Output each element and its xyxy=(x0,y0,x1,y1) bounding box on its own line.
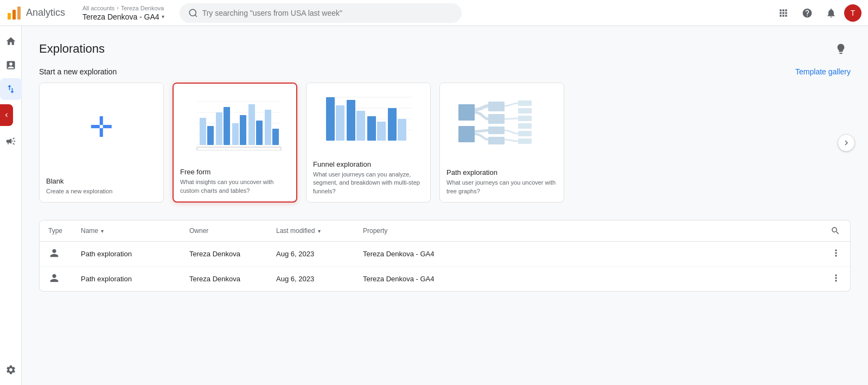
svg-rect-16 xyxy=(248,104,255,145)
svg-rect-40 xyxy=(488,127,505,134)
col-header-type: Type xyxy=(40,220,72,242)
path-card-image xyxy=(440,83,564,163)
chevron-right-icon xyxy=(841,138,851,148)
path-card[interactable]: Path exploration What user journeys can … xyxy=(439,83,564,203)
search-input[interactable] xyxy=(202,9,453,17)
page-title: Explorations xyxy=(39,42,105,56)
table-search-icon[interactable] xyxy=(831,226,840,236)
row2-actions[interactable] xyxy=(822,267,850,292)
notifications-icon xyxy=(826,8,837,18)
more-vert-icon[interactable] xyxy=(831,248,841,258)
breadcrumb-account: Tereza Denkova xyxy=(121,5,164,11)
blank-card[interactable]: ✛ Blank Create a new exploration xyxy=(39,83,164,203)
table-header-row: Type Name ▾ Owner Last modified ▾ Proper xyxy=(40,220,850,242)
app-title: Analytics xyxy=(26,7,65,18)
svg-rect-2 xyxy=(17,7,21,20)
svg-rect-11 xyxy=(207,126,214,145)
col-header-name[interactable]: Name ▾ xyxy=(72,220,181,242)
svg-rect-12 xyxy=(216,112,222,145)
property-selector[interactable]: All accounts › Tereza Denkova Tereza Den… xyxy=(76,2,171,24)
svg-rect-36 xyxy=(458,104,475,121)
funnel-card-title: Funnel exploration xyxy=(313,160,424,168)
free-form-card-image xyxy=(174,84,296,162)
row1-actions[interactable] xyxy=(822,242,850,267)
svg-rect-45 xyxy=(518,123,532,129)
svg-line-4 xyxy=(195,15,196,16)
main-content: Explorations Start a new exploration Tem… xyxy=(22,26,868,385)
svg-rect-15 xyxy=(240,115,246,145)
svg-rect-32 xyxy=(367,116,376,141)
avatar[interactable]: T xyxy=(844,4,861,22)
search-bar[interactable] xyxy=(180,3,462,23)
row2-type xyxy=(40,267,72,292)
blank-card-title: Blank xyxy=(46,177,157,185)
lightbulb-button[interactable] xyxy=(831,39,851,59)
funnel-card-desc: What user journeys can you analyze, segm… xyxy=(313,171,424,195)
page-header: Explorations xyxy=(39,39,851,59)
more-vert-icon[interactable] xyxy=(831,273,841,283)
sidebar-item-settings[interactable] xyxy=(0,359,22,381)
row2-modified: Aug 6, 2023 xyxy=(267,267,354,292)
analytics-logo-icon xyxy=(7,5,22,21)
svg-rect-47 xyxy=(518,138,532,144)
exploration-cards-row: ✛ Blank Create a new exploration xyxy=(39,83,851,203)
free-form-preview-chart xyxy=(186,96,284,150)
apps-icon xyxy=(778,8,789,18)
explore-icon xyxy=(5,84,16,94)
col-header-search[interactable] xyxy=(822,220,850,242)
template-gallery-link[interactable]: Template gallery xyxy=(795,67,851,76)
blank-card-image: ✛ xyxy=(40,83,163,172)
table-row[interactable]: Path exploration Tereza Denkova Aug 6, 2… xyxy=(40,267,850,292)
funnel-preview-chart xyxy=(320,92,417,146)
free-form-card[interactable]: Free form What insights can you uncover … xyxy=(173,83,297,203)
row2-name: Path exploration xyxy=(72,267,181,292)
svg-point-3 xyxy=(189,9,196,16)
person-icon xyxy=(48,272,60,284)
sidebar-item-reports[interactable] xyxy=(0,54,22,76)
blank-card-desc: Create a new exploration xyxy=(46,187,157,195)
svg-rect-13 xyxy=(224,107,230,145)
col-header-modified[interactable]: Last modified ▾ xyxy=(267,220,354,242)
path-card-title: Path exploration xyxy=(446,168,557,176)
svg-rect-1 xyxy=(12,10,16,20)
svg-rect-46 xyxy=(518,131,532,136)
svg-rect-34 xyxy=(388,108,397,141)
funnel-card[interactable]: Funnel exploration What user journeys ca… xyxy=(306,83,431,203)
collapse-sidebar-button[interactable] xyxy=(0,104,13,126)
svg-rect-30 xyxy=(347,100,355,141)
cards-next-button[interactable] xyxy=(838,134,855,152)
notifications-button[interactable] xyxy=(820,2,842,24)
reports-icon xyxy=(5,60,16,71)
apps-button[interactable] xyxy=(773,2,794,24)
section-header: Start a new exploration Template gallery xyxy=(39,67,851,76)
help-icon xyxy=(802,8,813,18)
svg-rect-42 xyxy=(518,100,532,106)
app-logo: Analytics xyxy=(0,5,76,21)
svg-rect-19 xyxy=(272,129,279,145)
free-form-card-title: Free form xyxy=(180,168,290,176)
sidebar xyxy=(0,26,22,385)
modified-sort-icon: ▾ xyxy=(318,228,321,234)
property-name: Tereza Denkova - GA4 ▾ xyxy=(82,12,164,21)
help-button[interactable] xyxy=(796,2,818,24)
sidebar-item-home[interactable] xyxy=(0,30,22,52)
home-icon xyxy=(5,36,16,47)
col-header-owner: Owner xyxy=(181,220,267,242)
row1-name: Path exploration xyxy=(72,242,181,267)
plus-icon: ✛ xyxy=(90,111,113,143)
svg-rect-37 xyxy=(458,126,475,142)
table-row[interactable]: Path exploration Tereza Denkova Aug 6, 2… xyxy=(40,242,850,267)
person-icon xyxy=(48,247,60,259)
topbar-actions: T xyxy=(773,2,861,24)
svg-rect-0 xyxy=(8,13,11,20)
row1-modified: Aug 6, 2023 xyxy=(267,242,354,267)
svg-rect-14 xyxy=(232,123,239,145)
svg-rect-29 xyxy=(336,105,344,141)
breadcrumb-all-accounts[interactable]: All accounts xyxy=(82,5,114,11)
name-sort-icon: ▾ xyxy=(101,228,104,234)
breadcrumb-separator: › xyxy=(117,5,118,11)
sidebar-item-explore[interactable] xyxy=(0,78,22,100)
funnel-card-info: Funnel exploration What user journeys ca… xyxy=(307,155,430,202)
svg-rect-28 xyxy=(326,97,335,141)
sidebar-item-advertising[interactable] xyxy=(0,130,22,152)
